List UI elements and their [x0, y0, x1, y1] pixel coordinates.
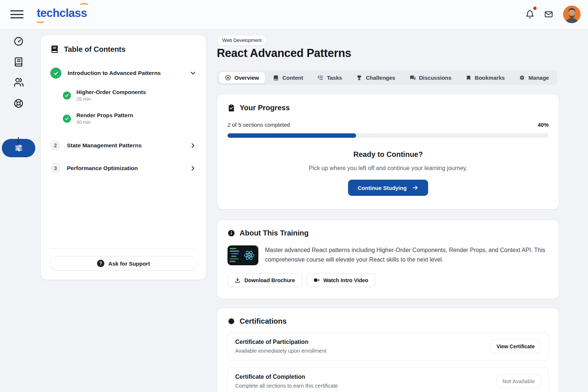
- support-button-label: Ask for Support: [108, 260, 150, 267]
- toc-lesson-title: Render Props Pattern: [76, 112, 133, 118]
- certificate-row-participation: Certificate of Participation Available i…: [227, 332, 549, 360]
- help-lifering-icon: [14, 98, 24, 108]
- about-training-card: About This Training Master advanced Reac…: [217, 220, 559, 299]
- tab-label: Manage: [528, 75, 549, 81]
- section-number-badge: 2: [50, 140, 61, 151]
- toc-lesson-duration: 25 min: [76, 96, 146, 102]
- tab-label: Overview: [234, 75, 259, 81]
- page-title: React Advanced Patterns: [217, 47, 351, 60]
- chevron-right-icon: [189, 142, 197, 149]
- progress-percent-label: 40%: [538, 122, 549, 128]
- progress-sections-text: 2 of 5 sections completed: [227, 122, 290, 128]
- notifications-bell-icon[interactable]: [526, 10, 534, 19]
- user-avatar[interactable]: [563, 6, 581, 23]
- toc-section-label: Introduction to Advanced Patterns: [68, 70, 189, 76]
- about-description: Master advanced React patterns including…: [265, 245, 549, 265]
- check-circle-icon: [50, 68, 61, 79]
- section-number-badge: 3: [50, 163, 61, 173]
- app-logo[interactable]: techclass: [37, 7, 87, 20]
- check-circle-icon: [63, 91, 71, 100]
- tab-label: Content: [282, 75, 303, 81]
- book-icon: [50, 45, 59, 54]
- about-card-title: About This Training: [240, 229, 309, 237]
- sidebar-item-courses[interactable]: [0, 54, 37, 70]
- table-of-contents-panel: Table of Contents Introduction to Advanc…: [40, 35, 207, 280]
- menu-hamburger-icon[interactable]: [10, 9, 24, 19]
- video-camera-icon: [313, 277, 320, 283]
- tab-challenges[interactable]: Challenges: [350, 72, 401, 83]
- certificate-row-completion: Certificate of Completion Complete all s…: [227, 367, 549, 392]
- certificate-subtitle: Available immediately upon enrollment: [235, 348, 326, 354]
- certificate-title: Certificate of Participation: [235, 339, 326, 345]
- toc-lesson-render-props[interactable]: Render Props Pattern 30 min: [63, 112, 197, 125]
- tab-label: Bookmarks: [475, 75, 505, 81]
- not-available-button: Not Available: [496, 374, 541, 388]
- progress-card-title: Your Progress: [240, 104, 290, 112]
- sidebar-item-help[interactable]: [0, 95, 37, 111]
- toc-section-label: State Management Patterns: [67, 142, 189, 149]
- check-circle-icon: [63, 115, 71, 123]
- arrow-right-icon: [412, 184, 419, 191]
- certifications-card-title: Certifications: [240, 317, 287, 326]
- tab-discussions[interactable]: Discussions: [404, 72, 457, 83]
- toc-section-label: Performance Optimization: [67, 165, 189, 172]
- toc-lesson-title: Higher-Order Components: [76, 89, 146, 95]
- sidebar-item-dashboard[interactable]: [0, 33, 37, 49]
- left-icon-rail: [0, 29, 37, 392]
- messages-mail-icon[interactable]: [544, 10, 553, 19]
- bookmark-icon: [466, 75, 472, 81]
- progress-bar-fill: [227, 133, 356, 138]
- sidebar-item-more[interactable]: [0, 132, 37, 148]
- gear-icon: [519, 75, 525, 81]
- toc-lesson-duration: 30 min: [76, 119, 133, 125]
- tab-label: Challenges: [366, 75, 395, 81]
- dashboard-gauge-icon: [14, 36, 24, 46]
- certificate-subtitle: Complete all sections to earn this certi…: [235, 383, 338, 389]
- ready-subtext: Pick up where you left off and continue …: [227, 165, 549, 172]
- view-certificate-button[interactable]: View Certificate: [490, 339, 541, 353]
- unread-dot: [533, 7, 537, 10]
- tab-label: Discussions: [419, 75, 451, 81]
- tab-content[interactable]: Content: [267, 72, 309, 83]
- tab-label: Tasks: [327, 75, 342, 81]
- download-icon: [234, 277, 241, 283]
- certificate-title: Certificate of Completion: [235, 374, 338, 380]
- course-tabbar: Overview Content Tasks Challenges Discus…: [217, 71, 557, 85]
- progress-bar: [227, 133, 549, 138]
- sidebar-item-users[interactable]: [0, 74, 37, 90]
- book-icon: [273, 75, 279, 81]
- download-brochure-label: Download Brochure: [244, 277, 295, 283]
- users-icon: [13, 77, 24, 87]
- toc-section-performance[interactable]: 3 Performance Optimization: [50, 163, 197, 173]
- logo-text: techclass: [37, 7, 87, 19]
- top-header: techclass: [0, 0, 588, 29]
- tab-tasks[interactable]: Tasks: [311, 72, 348, 83]
- certificate-seal-icon: [227, 317, 235, 325]
- toc-title: Table of Contents: [64, 45, 125, 54]
- tab-overview[interactable]: Overview: [219, 72, 265, 83]
- continue-studying-button[interactable]: Continue Studying: [348, 180, 428, 196]
- toc-section-intro[interactable]: Introduction to Advanced Patterns: [50, 68, 197, 79]
- chevron-down-icon: [189, 69, 197, 77]
- course-thumbnail: [227, 245, 258, 265]
- trophy-icon: [356, 75, 362, 81]
- continue-studying-label: Continue Studying: [358, 185, 406, 191]
- chevron-right-icon: [189, 165, 197, 172]
- watch-intro-video-button[interactable]: Watch Intro Video: [306, 273, 375, 287]
- toc-lesson-hoc[interactable]: Higher-Order Components 25 min: [63, 89, 197, 102]
- tab-manage[interactable]: Manage: [513, 72, 555, 83]
- toc-section-state-management[interactable]: 2 State Management Patterns: [50, 140, 197, 151]
- eye-icon: [225, 75, 231, 81]
- divider: [50, 248, 197, 249]
- book-icon: [14, 57, 24, 67]
- watch-intro-video-label: Watch Intro Video: [323, 277, 368, 283]
- tab-bookmarks[interactable]: Bookmarks: [460, 72, 511, 83]
- category-badge: Web Development: [217, 35, 267, 46]
- ask-for-support-button[interactable]: ? Ask for Support: [50, 256, 197, 271]
- task-list-icon: [317, 75, 323, 81]
- your-progress-card: Your Progress 2 of 5 sections completed …: [217, 94, 559, 209]
- download-brochure-button[interactable]: Download Brochure: [227, 273, 302, 287]
- certifications-card: Certifications Certificate of Participat…: [217, 308, 559, 392]
- chat-bubbles-icon: [409, 75, 416, 81]
- question-icon: ?: [97, 260, 104, 267]
